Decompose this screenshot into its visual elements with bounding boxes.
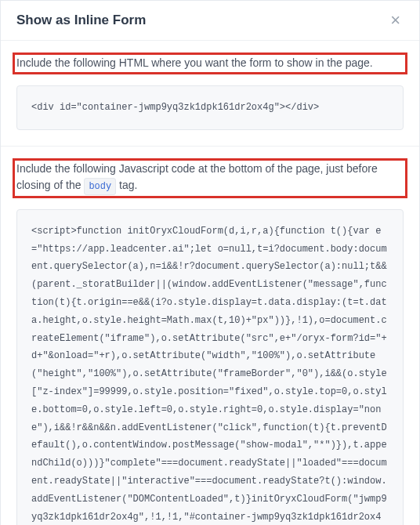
modal-body: Include the following HTML where you wan… — [1, 41, 419, 525]
js-code-box[interactable]: <script>function initOryxCloudForm(d,i,r… — [16, 209, 404, 525]
modal-header: Show as Inline Form × — [1, 1, 419, 41]
html-instruction: Include the following HTML where you wan… — [13, 52, 407, 74]
close-icon: × — [390, 10, 400, 30]
html-snippet-section: Include the following HTML where you wan… — [1, 41, 419, 147]
js-snippet-section: Include the following Javascript code at… — [1, 147, 419, 525]
js-instruction: Include the following Javascript code at… — [13, 158, 407, 198]
inline-form-modal: Show as Inline Form × Include the follow… — [0, 0, 420, 525]
close-button[interactable]: × — [387, 12, 404, 29]
js-instruction-post: tag. — [116, 179, 137, 191]
js-instruction-pre: Include the following Javascript code at… — [16, 162, 378, 191]
body-tag-label: body — [84, 178, 116, 195]
modal-title: Show as Inline Form — [16, 13, 146, 28]
html-code-box[interactable]: <div id="container-jwmp9yq3zk1dpk161dr2o… — [16, 85, 404, 130]
